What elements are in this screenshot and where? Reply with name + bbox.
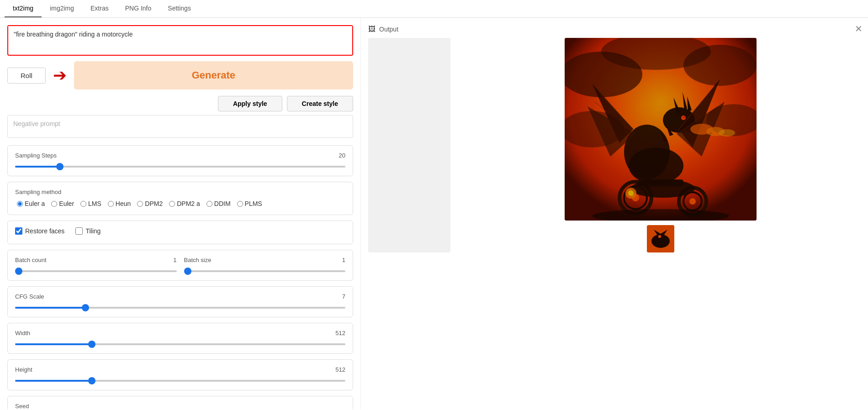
cfg-scale-section: CFG Scale 7 [7, 286, 353, 317]
sampling-plms[interactable]: PLMS [235, 199, 264, 208]
style-buttons-row: Apply style Create style [7, 96, 353, 111]
sampling-steps-label: Sampling Steps [15, 152, 57, 159]
create-style-button[interactable]: Create style [287, 96, 353, 111]
batch-count-slider[interactable] [15, 270, 177, 272]
width-slider[interactable] [15, 343, 345, 345]
batch-count-value: 1 [173, 257, 176, 263]
tab-txt2img[interactable]: txt2img [5, 0, 42, 17]
sampling-steps-section: Sampling Steps 20 [7, 145, 353, 176]
roll-button[interactable]: Roll [7, 68, 46, 84]
sampling-steps-slider[interactable] [15, 166, 345, 168]
faces-tiling-section: Restore faces Tiling [7, 221, 353, 244]
width-value: 512 [335, 330, 345, 336]
seed-section: Seed Extra [7, 396, 353, 410]
negative-prompt-input[interactable]: Negative prompt [7, 115, 353, 138]
batch-size-label: Batch size [184, 257, 212, 263]
right-panel: 🖼 Output ✕ [361, 18, 868, 410]
batch-section: Batch count 1 Batch size 1 [7, 250, 353, 281]
batch-count-label: Batch count [15, 257, 47, 263]
tab-png-info[interactable]: PNG Info [117, 0, 160, 17]
batch-size-value: 1 [342, 257, 345, 263]
output-header: 🖼 Output [368, 25, 861, 33]
height-section: Height 512 [7, 359, 353, 390]
main-output-image[interactable] [565, 38, 757, 221]
sampling-euler[interactable]: Euler [49, 199, 76, 208]
left-panel: Roll ➔ Generate Apply style Create style… [0, 18, 361, 410]
sampling-method-label: Sampling method [15, 189, 345, 195]
sampling-method-section: Sampling method Euler a Euler LMS Heun D… [7, 182, 353, 215]
width-section: Width 512 [7, 323, 353, 354]
svg-rect-40 [565, 38, 757, 221]
output-icon: 🖼 [368, 25, 376, 33]
height-label: Height [15, 366, 32, 373]
svg-point-45 [658, 235, 661, 238]
cfg-scale-value: 7 [342, 293, 345, 300]
main-layout: Roll ➔ Generate Apply style Create style… [0, 18, 868, 410]
prompt-wrapper [7, 25, 353, 56]
sampling-dpm2a[interactable]: DPM2 a [167, 199, 202, 208]
tab-img2img[interactable]: img2img [42, 0, 82, 17]
apply-style-button[interactable]: Apply style [218, 96, 282, 111]
sampling-method-options: Euler a Euler LMS Heun DPM2 DPM2 a [15, 199, 345, 208]
tab-settings[interactable]: Settings [159, 0, 199, 17]
sampling-steps-value: 20 [339, 152, 345, 159]
thumbnail-image[interactable] [647, 225, 674, 252]
thumbnail-row [647, 225, 674, 252]
cfg-scale-label: CFG Scale [15, 293, 44, 300]
tab-bar: txt2img img2img Extras PNG Info Settings [0, 0, 868, 18]
prompt-input[interactable] [8, 26, 352, 53]
height-value: 512 [335, 366, 345, 373]
output-placeholder [368, 38, 450, 252]
output-label: Output [379, 26, 398, 33]
arrow-right-icon: ➔ [53, 66, 67, 85]
height-slider[interactable] [15, 380, 345, 382]
sampling-ddim[interactable]: DDIM [205, 199, 233, 208]
image-area [368, 38, 861, 402]
tiling-label: Tiling [85, 227, 101, 235]
seed-label: Seed [15, 403, 29, 410]
restore-faces-checkbox[interactable]: Restore faces [15, 227, 64, 235]
tiling-checkbox[interactable]: Tiling [75, 227, 101, 235]
sampling-heun[interactable]: Heun [106, 199, 132, 208]
batch-size-slider[interactable] [184, 270, 346, 272]
width-label: Width [15, 330, 30, 336]
sampling-lms[interactable]: LMS [79, 199, 103, 208]
sampling-dpm2[interactable]: DPM2 [135, 199, 164, 208]
close-button[interactable]: ✕ [855, 23, 863, 34]
negative-prompt-placeholder: Negative prompt [13, 120, 60, 127]
generate-button[interactable]: Generate [74, 61, 353, 89]
restore-faces-label: Restore faces [25, 227, 64, 235]
sampling-euler-a[interactable]: Euler a [15, 199, 47, 208]
cfg-scale-slider[interactable] [15, 307, 345, 309]
tab-extras[interactable]: Extras [82, 0, 117, 17]
